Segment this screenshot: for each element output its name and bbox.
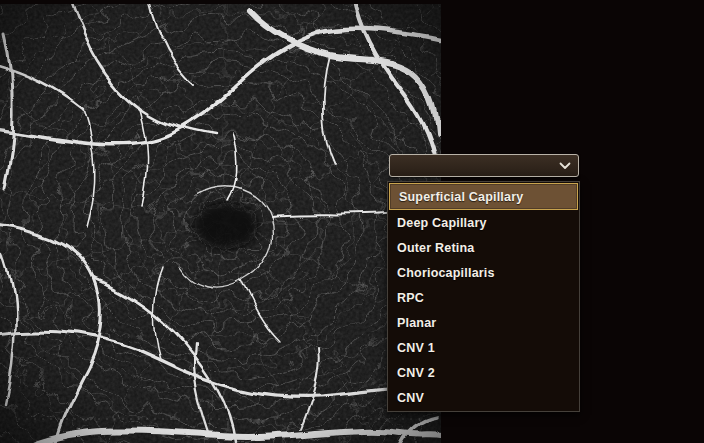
app-window: Superficial CapillaryDeep CapillaryOuter… bbox=[0, 0, 704, 443]
dropdown-option-planar[interactable]: Planar bbox=[388, 311, 579, 336]
retina-angiography-image bbox=[0, 4, 441, 443]
dropdown-option-cnv-1[interactable]: CNV 1 bbox=[388, 336, 579, 361]
chevron-down-icon bbox=[559, 162, 571, 170]
dropdown-option-deep-capillary[interactable]: Deep Capillary bbox=[388, 210, 579, 235]
layer-select[interactable] bbox=[389, 154, 579, 177]
dropdown-option-choriocapillaris[interactable]: Choriocapillaris bbox=[388, 260, 579, 285]
dropdown-option-rpc[interactable]: RPC bbox=[388, 285, 579, 310]
dropdown-option-cnv[interactable]: CNV bbox=[388, 386, 579, 411]
dropdown-option-outer-retina[interactable]: Outer Retina bbox=[388, 235, 579, 260]
dropdown-option-cnv-2[interactable]: CNV 2 bbox=[388, 361, 579, 386]
dropdown-option-superficial-capillary[interactable]: Superficial Capillary bbox=[389, 183, 578, 210]
layer-dropdown-list: Superficial CapillaryDeep CapillaryOuter… bbox=[387, 181, 580, 412]
